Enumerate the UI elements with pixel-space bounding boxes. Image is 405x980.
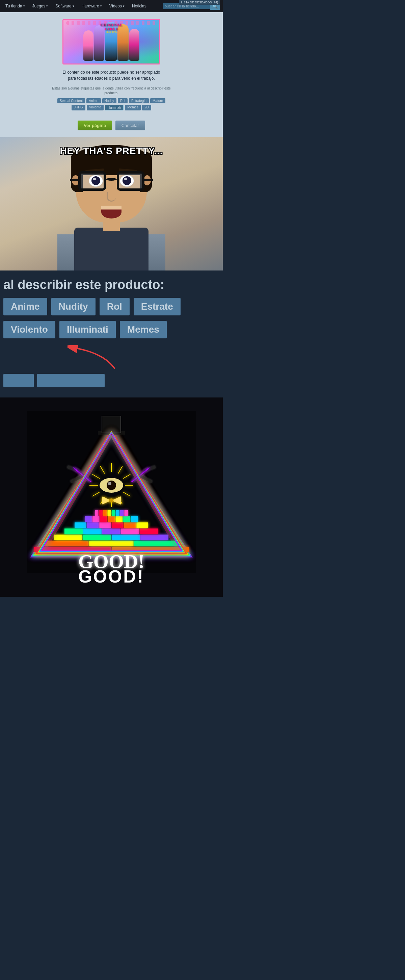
person-silhouette bbox=[0, 137, 223, 270]
ver-pagina-button[interactable]: Ver página bbox=[78, 121, 112, 130]
tag-mature[interactable]: Mature bbox=[150, 98, 165, 103]
tag-memes[interactable]: Memes bbox=[125, 105, 141, 110]
chevron-down-icon: ▾ bbox=[100, 5, 102, 8]
bottom-btn-1[interactable] bbox=[3, 374, 34, 387]
zoom-header: al describir este producto: bbox=[0, 277, 223, 298]
tag-anime[interactable]: Anime bbox=[86, 98, 100, 103]
nav-tu-tienda[interactable]: Tu tienda ▾ bbox=[3, 2, 28, 10]
nav-hardware[interactable]: Hardware ▾ bbox=[79, 2, 105, 10]
zoom-tag-estrate[interactable]: Estrate bbox=[133, 298, 181, 315]
game-banner: CRIMINALGIRLS Invite Only bbox=[62, 19, 160, 65]
nav-juegos[interactable]: Juegos ▾ bbox=[30, 2, 51, 10]
zoom-section: al describir este producto: Anime Nudity… bbox=[0, 270, 223, 398]
tag-jrpg[interactable]: JRPG bbox=[71, 105, 86, 110]
chevron-down-icon: ▾ bbox=[23, 5, 25, 8]
warning-sub: para todas las edades o para verlo en el… bbox=[68, 76, 155, 81]
tag-illuminati[interactable]: Illuminati bbox=[105, 105, 124, 110]
zoom-tag-violento[interactable]: Violento bbox=[3, 321, 56, 338]
tags-section: Estas son algunas etiquetas que la gente… bbox=[52, 86, 171, 112]
nav-label-videos: Vídeos bbox=[110, 4, 122, 8]
nav-noticias[interactable]: Noticias bbox=[129, 2, 149, 10]
warning-main: El contenido de este producto puede no s… bbox=[63, 70, 160, 75]
video-caption: HEY THA'S PRETTY... bbox=[0, 146, 223, 156]
zoom-tag-anime[interactable]: Anime bbox=[3, 298, 47, 315]
video-section: HEY THA'S PRETTY... bbox=[0, 137, 223, 270]
arrow-container bbox=[0, 345, 223, 374]
nav-videos[interactable]: Vídeos ▾ bbox=[106, 2, 127, 10]
tag-sexual-content[interactable]: Sexual Content bbox=[57, 98, 85, 103]
arrow-svg bbox=[68, 345, 128, 372]
zoom-tag-illuminati[interactable]: Illuminati bbox=[59, 321, 116, 338]
tag-nudity[interactable]: Nudity bbox=[102, 98, 116, 103]
wishlist-badge: LISTA DE DESEADOS (24) bbox=[179, 0, 220, 5]
illuminati-canvas bbox=[27, 411, 196, 573]
tag-rol[interactable]: Rol bbox=[118, 98, 127, 103]
warning-text: El contenido de este producto puede no s… bbox=[63, 69, 160, 81]
chevron-down-icon: ▾ bbox=[46, 5, 48, 8]
cancelar-button[interactable]: Cancelar bbox=[116, 121, 145, 130]
nav-software[interactable]: Software ▾ bbox=[52, 2, 76, 10]
tags-label: Estas son algunas etiquetas que la gente… bbox=[52, 86, 171, 95]
good-text: GOOD! bbox=[0, 566, 223, 587]
nav-label-software: Software bbox=[56, 4, 71, 8]
chevron-down-icon: ▾ bbox=[123, 5, 124, 8]
main-content: CRIMINALGIRLS Invite Only El contenido d… bbox=[0, 12, 223, 137]
buttons-row: Ver página Cancelar bbox=[78, 121, 145, 130]
tag-2d[interactable]: 2D bbox=[142, 105, 151, 110]
tags-row-1: Sexual Content Anime Nudity Rol Estrateg… bbox=[52, 98, 171, 103]
zoom-tag-nudity[interactable]: Nudity bbox=[51, 298, 95, 315]
nav-bar: LISTA DE DESEADOS (24) Tu tienda ▾ Juego… bbox=[0, 0, 223, 12]
tags-row-2: JRPG Violento Illuminati Memes 2D bbox=[52, 105, 171, 110]
zoom-tag-memes[interactable]: Memes bbox=[120, 321, 167, 338]
zoom-tags-row-1: Anime Nudity Rol Estrate bbox=[0, 298, 223, 315]
bottom-buttons bbox=[0, 374, 223, 391]
zoom-tag-rol[interactable]: Rol bbox=[100, 298, 130, 315]
zoom-tags-row-2: Violento Illuminati Memes bbox=[0, 321, 223, 338]
illuminati-section: GOOD! bbox=[0, 398, 223, 597]
bottom-btn-2[interactable] bbox=[37, 374, 105, 387]
nav-label-store: Tu tienda bbox=[5, 4, 22, 8]
nav-label-hardware: Hardware bbox=[82, 4, 99, 8]
nav-label-games: Juegos bbox=[32, 4, 46, 8]
tag-violento[interactable]: Violento bbox=[87, 105, 103, 110]
chevron-down-icon: ▾ bbox=[73, 5, 74, 8]
nav-label-news: Noticias bbox=[132, 4, 146, 8]
tag-estrategia[interactable]: Estrategia bbox=[129, 98, 149, 103]
